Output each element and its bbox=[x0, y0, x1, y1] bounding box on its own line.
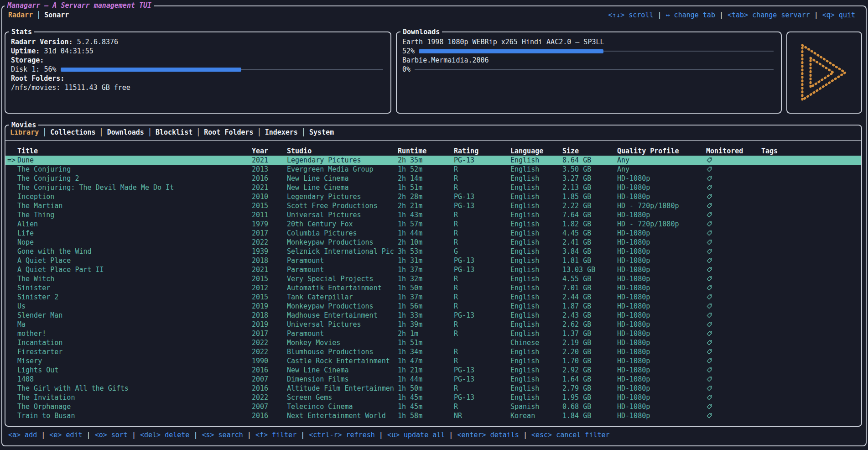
table-row[interactable]: The Conjuring: The Devil Made Me Do It20… bbox=[5, 183, 861, 192]
servarr-tab-sonarr[interactable]: Sonarr bbox=[41, 11, 73, 19]
cell-size: 1.87 GB bbox=[562, 302, 617, 311]
table-row[interactable]: The Orphanage2007Telecinco Cinema1h 45mR… bbox=[5, 402, 861, 411]
tab-separator: │ bbox=[42, 128, 47, 136]
table-row[interactable]: Firestarter2022Blumhouse Productions1h 3… bbox=[5, 347, 861, 356]
cell-size: 2.13 GB bbox=[562, 183, 617, 192]
table-row[interactable]: Incantation2022Monkey Movies1h 51mChines… bbox=[5, 338, 861, 347]
download-progress-fill bbox=[419, 49, 603, 53]
table-row[interactable]: Nope2022Monkeypaw Productions2h 10mREngl… bbox=[5, 238, 861, 247]
tag-icon bbox=[706, 376, 712, 382]
cell-title: Gone with the Wind bbox=[17, 247, 252, 256]
cell-quality-profile: HD-1080p bbox=[617, 192, 706, 201]
cell-language: English bbox=[510, 238, 562, 247]
cell-quality-profile: Any bbox=[617, 156, 706, 165]
cell-studio: Telecinco Cinema bbox=[287, 402, 398, 411]
cell-language: Chinese bbox=[510, 338, 562, 347]
cell-year: 2021 bbox=[252, 183, 287, 192]
table-row[interactable]: The Conjuring 22016New Line Cinema2h 14m… bbox=[5, 174, 861, 183]
cell-language: English bbox=[510, 293, 562, 302]
cell-quality-profile: HD-1080p bbox=[617, 302, 706, 311]
cell-runtime: 1h 33m bbox=[398, 311, 454, 320]
table-row[interactable]: Ma2019Universal Pictures1h 39mREnglish2.… bbox=[5, 320, 861, 329]
help-separator: | bbox=[243, 431, 255, 439]
table-row[interactable]: Sinister 22015Tank Caterpillar1h 37mREng… bbox=[5, 293, 861, 302]
table-row[interactable]: Sinister2012Automatik Entertainment1h 50… bbox=[5, 283, 861, 293]
table-row[interactable]: The Martian2015Scott Free Productions2h … bbox=[5, 201, 861, 210]
cell-quality-profile: HD-1080p bbox=[617, 174, 706, 183]
cell-language: English bbox=[510, 356, 562, 366]
movies-tab-indexers[interactable]: Indexers bbox=[261, 128, 301, 136]
table-row[interactable]: Lights Out2016New Line Cinema1h 21mPG-13… bbox=[5, 366, 861, 375]
cell-quality-profile: HD-1080p bbox=[617, 311, 706, 320]
cell-studio: Very Special Projects bbox=[287, 274, 398, 283]
cell-language: English bbox=[510, 366, 562, 375]
cell-title: mother! bbox=[17, 329, 252, 338]
tag-icon bbox=[706, 212, 712, 218]
table-row[interactable]: The Witch2015Very Special Projects1h 32m… bbox=[5, 274, 861, 283]
bottom-help-bar: <a> add | <e> edit | <o> sort | <del> de… bbox=[8, 430, 610, 440]
movies-tab-system[interactable]: System bbox=[306, 128, 338, 136]
servarr-tab-radarr[interactable]: Radarr bbox=[8, 11, 36, 19]
table-row[interactable]: Gone with the Wind1939Selznick Internati… bbox=[5, 247, 861, 256]
download-progress-line: 52% bbox=[402, 47, 774, 56]
help-separator: | bbox=[653, 11, 665, 19]
movies-tab-downloads[interactable]: Downloads bbox=[104, 128, 148, 136]
cell-size: 0.68 GB bbox=[562, 402, 617, 411]
cell-year: 2022 bbox=[252, 238, 287, 247]
cell-language: English bbox=[510, 302, 562, 311]
cell-runtime: 2h 14m bbox=[398, 174, 454, 183]
table-row[interactable]: The Girl with All the Gifts2016Altitude … bbox=[5, 384, 861, 393]
cell-title: 1408 bbox=[17, 375, 252, 384]
cell-quality-profile: HD-1080p bbox=[617, 402, 706, 411]
cell-size: 2.41 GB bbox=[562, 238, 617, 247]
monitored-tag-icon bbox=[706, 385, 761, 392]
tag-icon bbox=[706, 285, 712, 291]
monitored-tag-icon bbox=[706, 203, 761, 209]
cell-quality-profile: HD-1080p bbox=[617, 411, 706, 420]
movies-tab-blocklist[interactable]: Blocklist bbox=[152, 128, 196, 136]
table-row[interactable]: A Quiet Place2018Paramount1h 31mPG-13Eng… bbox=[5, 256, 861, 265]
tag-icon bbox=[706, 367, 712, 373]
table-row[interactable]: The Conjuring2013Evergreen Media Group1h… bbox=[5, 165, 861, 174]
table-row[interactable]: The Thing2011Universal Pictures1h 43mREn… bbox=[5, 210, 861, 220]
tag-icon bbox=[706, 175, 712, 182]
cell-quality-profile: HD-1080p bbox=[617, 329, 706, 338]
cell-rating: R bbox=[454, 229, 510, 238]
table-row[interactable]: Life2017Columbia Pictures1h 44mREnglish4… bbox=[5, 229, 861, 238]
help-separator: | bbox=[128, 431, 140, 439]
selection-marker: => bbox=[7, 156, 17, 165]
cell-year: 2019 bbox=[252, 302, 287, 311]
table-row[interactable]: Us2019Monkeypaw Productions1h 56mREnglis… bbox=[5, 302, 861, 311]
cell-size: 2.62 GB bbox=[562, 320, 617, 329]
movies-tab-collections[interactable]: Collections bbox=[47, 128, 99, 136]
cell-language: Spanish bbox=[510, 402, 562, 411]
table-row[interactable]: Inception2010Legendary Pictures2h 28mPG-… bbox=[5, 192, 861, 201]
cell-runtime: 1h 37m bbox=[398, 265, 454, 274]
stats-panel: Stats Radarr Version: 5.2.6.8376 Uptime:… bbox=[5, 31, 391, 114]
table-row[interactable]: A Quiet Place Part II2021Paramount1h 37m… bbox=[5, 265, 861, 274]
cell-language: English bbox=[510, 174, 562, 183]
disk-usage-bar bbox=[61, 68, 383, 72]
cell-language: English bbox=[510, 229, 562, 238]
table-row[interactable]: Slender Man2018Madhouse Entertainment1h … bbox=[5, 311, 861, 320]
column-header-language: Language bbox=[510, 147, 562, 156]
movies-tab-root-folders[interactable]: Root Folders bbox=[200, 128, 257, 136]
cell-size: 2.19 GB bbox=[562, 338, 617, 347]
cell-runtime: 1h 51m bbox=[398, 338, 454, 347]
cell-studio: Universal Pictures bbox=[287, 320, 398, 329]
cell-rating: R bbox=[454, 347, 510, 356]
table-row[interactable]: 14082007Dimension Films1h 44mPG-13Englis… bbox=[5, 375, 861, 384]
tag-icon bbox=[706, 321, 712, 328]
table-row[interactable]: Misery1990Castle Rock Entertainment1h 47… bbox=[5, 356, 861, 366]
monitored-tag-icon bbox=[706, 267, 761, 273]
cell-rating: R bbox=[454, 183, 510, 192]
table-row[interactable]: mother!2017Paramount2h 1mREnglish1.37 GB… bbox=[5, 329, 861, 338]
table-row[interactable]: Train to Busan2016Next Entertainment Wor… bbox=[5, 411, 861, 420]
cell-studio: 20th Century Fox bbox=[287, 220, 398, 229]
cell-rating: R bbox=[454, 302, 510, 311]
cell-language: English bbox=[510, 393, 562, 402]
table-row[interactable]: Alien197920th Century Fox1h 57mREnglish1… bbox=[5, 220, 861, 229]
table-row[interactable]: The Invitation2022Screen Gems1h 45mPG-13… bbox=[5, 393, 861, 402]
table-row[interactable]: =>Dune2021Legendary Pictures2h 35mPG-13E… bbox=[5, 156, 861, 165]
cell-language: English bbox=[510, 156, 562, 165]
